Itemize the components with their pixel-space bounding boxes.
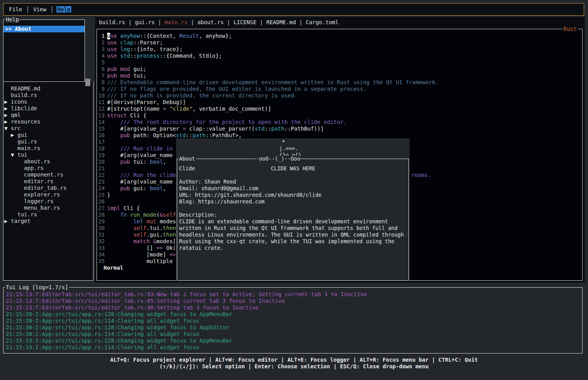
log-entry-info: 21:15:33:I:App:src/tui/app.rs:114:Cleari…	[6, 344, 582, 351]
editor-tab-bar: build.rs | gui.rs | main.rs | about.rs |…	[99, 19, 338, 26]
line-number: 31	[97, 232, 105, 238]
tree-item-gui-rs[interactable]: gui.rs	[4, 138, 93, 145]
chevron-right-icon: ▶	[4, 218, 11, 224]
tree-item-menu_bar-rs[interactable]: menu_bar.rs	[4, 205, 93, 211]
tree-item-resources[interactable]: ▶ resources	[4, 118, 93, 125]
line-number: 5	[97, 59, 105, 66]
tree-item-build-rs[interactable]: build.rs	[4, 92, 93, 99]
tree-item-editor_tab-rs[interactable]: editor_tab.rs	[4, 185, 93, 191]
line-number: 15	[97, 125, 105, 132]
code-line[interactable]: 8/// Extendable command-line driven deve…	[97, 79, 582, 86]
line-number: 26	[97, 198, 105, 205]
tree-item-main-rs[interactable]: main.rs	[4, 145, 93, 152]
tab-about-rs[interactable]: about.rs	[197, 19, 224, 26]
line-number: 32	[97, 238, 105, 245]
line-number: 22	[97, 172, 105, 179]
text-cursor: u	[107, 33, 110, 39]
tree-item-target[interactable]: ▶ target	[4, 218, 93, 224]
line-number: 11	[97, 99, 105, 106]
chevron-right-icon: ▶	[4, 105, 11, 111]
tab-separator: |	[224, 19, 233, 26]
about-text-line: headless Linux environments. The GUI is …	[179, 232, 404, 238]
line-number: 34	[97, 251, 105, 258]
tree-item-qml[interactable]: ▶ qml	[4, 112, 93, 118]
code-line[interactable]: 2use clap::Parser;	[97, 39, 582, 46]
tab-separator: |	[155, 19, 164, 26]
line-number: 13	[97, 112, 105, 119]
tab-separator: |	[257, 19, 266, 26]
about-text-line: Author: Shaun Reed	[179, 179, 404, 185]
line-number: 7	[97, 72, 105, 79]
about-text-line	[179, 172, 404, 179]
code-line[interactable]: 3use log::{info, trace};	[97, 46, 582, 53]
line-number: 33	[97, 245, 105, 251]
about-text-line: URL: https://git.shaunreed.com/shaunrd0/…	[179, 192, 404, 198]
doc-comment-overflow-tail: reams.	[411, 172, 431, 179]
log-entry-trace: 21:15:13:T:EditorTab:src/tui/editor_tab.…	[6, 298, 582, 304]
explorer-scrollbar-thumb[interactable]	[85, 79, 90, 86]
code-line[interactable]: 4use std::process::{Command, Stdio};	[97, 53, 582, 59]
menu-item-help[interactable]: Help	[56, 6, 71, 12]
code-line[interactable]: 12#[structopt(name = "clide", verbatim_d…	[97, 106, 582, 112]
tab-build-rs[interactable]: build.rs	[99, 19, 125, 26]
tab-main-rs[interactable]: main.rs	[165, 19, 188, 26]
chevron-down-icon: ▼	[11, 152, 18, 158]
about-text-line: Email: shaunrd0@gmail.com	[179, 185, 404, 192]
tab-gui-rs[interactable]: gui.rs	[135, 19, 155, 26]
code-line[interactable]: 6pub mod gui;	[97, 66, 582, 72]
tree-item-src[interactable]: ▼ src	[4, 125, 93, 132]
log-entry-trace: 21:15:13:T:EditorTab:src/tui/editor_tab.…	[6, 291, 582, 298]
tree-item-app-rs[interactable]: app.rs	[4, 165, 93, 171]
log-entry-info: 21:15:30:I:App:src/tui/app.rs:114:Cleari…	[6, 331, 582, 338]
chevron-down-icon: ▼	[4, 125, 11, 131]
code-line[interactable]: 5	[97, 59, 582, 66]
tab-Cargo-toml[interactable]: Cargo.toml	[306, 19, 338, 26]
chevron-right-icon: ▶	[4, 99, 11, 105]
tree-item-editor-rs[interactable]: editor.rs	[4, 178, 93, 185]
line-number: 8	[97, 79, 105, 86]
tree-item-explorer-rs[interactable]: explorer.rs	[4, 191, 93, 198]
line-number: 25	[97, 192, 105, 198]
code-line[interactable]: 7pub mod tui;	[97, 72, 582, 79]
about-popup: * |.===. {}o o{} About -ooO--(_)--Ooo Cl…	[176, 138, 410, 281]
tab-README-md[interactable]: README.md	[266, 19, 296, 26]
tree-item-README-md[interactable]: README.md	[4, 85, 93, 92]
project-explorer[interactable]: README.md build.rs▶ icons▶ libclide▶ qml…	[3, 82, 93, 281]
code-line[interactable]: 10/// If no path is provided, the curren…	[97, 92, 582, 99]
help-menu-option-about[interactable]: >> About	[4, 26, 85, 32]
tui-log-title: Tui Log [log=1.7/s]	[5, 284, 69, 291]
status-bar-shortcuts-line2: (↑/k)/(↓/j): Select option | Enter: Choo…	[0, 363, 588, 370]
code-line[interactable]: 15 #[arg(value_parser = clap::value_pars…	[97, 125, 582, 132]
code-line[interactable]: 11#[derive(Parser, Debug)]	[97, 99, 582, 106]
tree-item-logger-rs[interactable]: logger.rs	[4, 198, 93, 205]
line-number: 4	[97, 53, 105, 59]
menu-item-file[interactable]: File	[8, 6, 23, 12]
log-entry-info: 21:15:20:I:App:src/tui/app.rs:128:Changi…	[6, 311, 582, 318]
code-line[interactable]: 1use anyhow::{Context, Result, anyhow};	[97, 33, 582, 39]
menu-item-view[interactable]: View	[32, 6, 47, 12]
tree-item-icons[interactable]: ▶ icons	[4, 99, 93, 105]
line-number: 30	[97, 225, 105, 232]
tab-separator: |	[188, 19, 197, 26]
tab-LICENSE[interactable]: LICENSE	[234, 19, 257, 26]
tree-item-libclide[interactable]: ▶ libclide	[4, 105, 93, 112]
code-line[interactable]: 16 pub path: Option<std::path::PathBuf>,	[97, 132, 582, 139]
clide-tui-app: { "menu_bar": { "separator": "│", "items…	[0, 0, 588, 380]
line-number: 35	[97, 258, 105, 265]
log-entry-info: 21:15:30:I:App:src/tui/app.rs:128:Changi…	[6, 324, 582, 331]
log-entry-trace: 21:15:13:T:EditorTab:src/tui/editor_tab.…	[6, 304, 582, 311]
tree-item-tui-rs[interactable]: tui.rs	[4, 211, 93, 218]
tui-log-lines: 21:15:13:T:EditorTab:src/tui/editor_tab.…	[4, 288, 582, 351]
code-line[interactable]: 9/// If no flags are provided, the GUI e…	[97, 86, 582, 92]
line-number: 20	[97, 159, 105, 165]
tree-item-gui[interactable]: ▶ gui	[4, 132, 93, 138]
tree-item-about-rs[interactable]: about.rs	[4, 158, 93, 165]
line-number: 1	[97, 33, 105, 39]
log-entry-info: 21:15:33:I:App:src/tui/app.rs:128:Changi…	[6, 338, 582, 344]
code-line[interactable]: 13struct Cli {	[97, 112, 582, 119]
menu-separator: │	[50, 6, 53, 12]
help-dropdown-list: >> About	[4, 26, 85, 32]
tree-item-tui[interactable]: ▼ tui	[4, 152, 93, 158]
tree-item-component-rs[interactable]: component.rs	[4, 171, 93, 178]
code-line[interactable]: 14 /// The root directory for the projec…	[97, 119, 582, 125]
